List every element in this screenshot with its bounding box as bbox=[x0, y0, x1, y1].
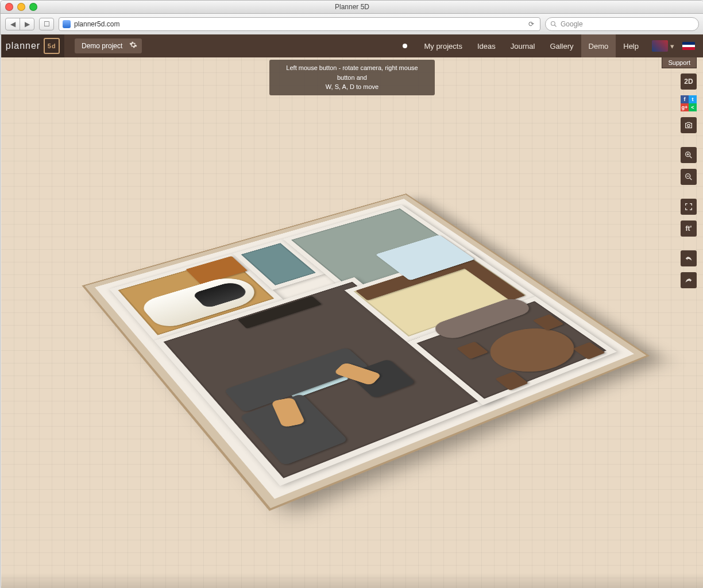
svg-line-8 bbox=[690, 178, 692, 180]
nav-my-projects[interactable]: My projects bbox=[416, 34, 469, 57]
twitter-icon[interactable]: t bbox=[689, 95, 697, 103]
camera-icon bbox=[684, 121, 693, 130]
gear-icon[interactable] bbox=[129, 41, 137, 51]
notification-dot-icon[interactable] bbox=[403, 44, 407, 48]
app-header: planner 5d Demo project My projects Idea… bbox=[1, 34, 703, 57]
fullscreen-button[interactable] bbox=[681, 199, 697, 215]
google-plus-icon[interactable]: g+ bbox=[681, 103, 689, 111]
controls-tooltip: Left mouse button - rotate camera, right… bbox=[269, 60, 435, 95]
logo-badge-icon: 5d bbox=[44, 38, 60, 54]
user-menu-caret-icon[interactable]: ▾ bbox=[670, 42, 674, 51]
support-label: Support bbox=[668, 59, 690, 66]
nav-help[interactable]: Help bbox=[616, 34, 646, 57]
view-2d-label: 2D bbox=[684, 78, 693, 86]
reload-icon[interactable]: ⟳ bbox=[526, 20, 536, 28]
undo-button[interactable] bbox=[681, 250, 697, 266]
language-flag-icon[interactable] bbox=[682, 42, 695, 50]
tooltip-line-1: Left mouse button - rotate camera, right… bbox=[277, 63, 427, 82]
redo-icon bbox=[684, 276, 693, 285]
zoom-in-button[interactable] bbox=[681, 147, 697, 163]
window-title: Planner 5D bbox=[1, 1, 703, 13]
facebook-icon[interactable]: f bbox=[681, 95, 689, 103]
app-logo[interactable]: planner 5d bbox=[1, 34, 64, 57]
nav-gallery[interactable]: Gallery bbox=[542, 34, 581, 57]
svg-line-4 bbox=[690, 156, 692, 158]
svg-point-0 bbox=[551, 22, 555, 26]
zoom-in-icon bbox=[684, 150, 693, 160]
social-share: f t g+ < bbox=[681, 95, 697, 111]
nav-ideas[interactable]: Ideas bbox=[470, 34, 503, 57]
floorplan bbox=[95, 199, 634, 499]
user-avatar-icon[interactable] bbox=[652, 40, 668, 52]
snapshot-button[interactable] bbox=[681, 117, 697, 133]
main-nav: My projects Ideas Journal Gallery Demo H… bbox=[403, 34, 703, 57]
zoom-window-icon[interactable] bbox=[29, 3, 37, 11]
units-button[interactable]: ft' bbox=[681, 220, 697, 237]
minimize-window-icon[interactable] bbox=[17, 3, 25, 11]
project-selector[interactable]: Demo project bbox=[75, 38, 142, 53]
undo-icon bbox=[684, 254, 693, 263]
search-icon bbox=[550, 21, 557, 28]
browser-window: Planner 5D ◀ ▶ ☐ planner5d.com ⟳ Google bbox=[0, 0, 703, 588]
view-2d-button[interactable]: 2D bbox=[681, 74, 697, 90]
window-titlebar: Planner 5D bbox=[1, 1, 703, 14]
3d-viewport[interactable] bbox=[1, 34, 703, 588]
page-content: planner 5d Demo project My projects Idea… bbox=[1, 34, 703, 588]
units-label: ft' bbox=[686, 225, 692, 233]
zoom-out-icon bbox=[684, 172, 693, 181]
logo-text: planner bbox=[6, 41, 40, 51]
tool-column: 2D f t g+ < ft' bbox=[681, 74, 697, 288]
window-controls bbox=[1, 3, 37, 11]
bookmarks-button[interactable]: ☐ bbox=[39, 18, 54, 30]
address-bar[interactable]: planner5d.com ⟳ bbox=[59, 17, 540, 31]
fullscreen-icon bbox=[684, 202, 693, 211]
zoom-out-button[interactable] bbox=[681, 169, 697, 185]
forward-button[interactable]: ▶ bbox=[20, 18, 34, 30]
search-placeholder: Google bbox=[561, 20, 583, 28]
back-button[interactable]: ◀ bbox=[6, 18, 20, 30]
redo-button[interactable] bbox=[681, 272, 697, 288]
tooltip-line-2: W, S, A, D to move bbox=[277, 82, 427, 92]
browser-toolbar: ◀ ▶ ☐ planner5d.com ⟳ Google bbox=[1, 14, 703, 35]
svg-line-1 bbox=[555, 25, 557, 27]
nav-demo[interactable]: Demo bbox=[581, 34, 616, 57]
support-button[interactable]: Support bbox=[662, 57, 697, 68]
close-window-icon[interactable] bbox=[5, 3, 13, 11]
url-text: planner5d.com bbox=[74, 20, 119, 28]
browser-search[interactable]: Google bbox=[545, 17, 699, 31]
svg-point-2 bbox=[687, 125, 690, 127]
share-icon[interactable]: < bbox=[689, 103, 697, 111]
project-name: Demo project bbox=[82, 42, 122, 50]
nav-buttons: ◀ ▶ bbox=[5, 18, 34, 30]
site-favicon-icon bbox=[63, 20, 71, 28]
nav-journal[interactable]: Journal bbox=[503, 34, 543, 57]
